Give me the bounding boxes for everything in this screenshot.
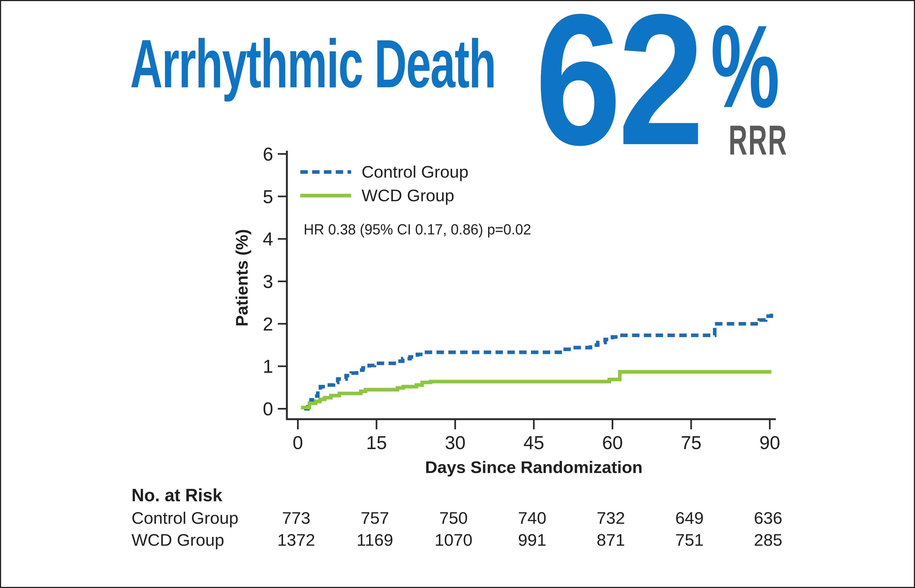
x-tick-label: 75 [681, 432, 702, 453]
risk-value: 871 [572, 530, 649, 550]
y-tick-label: 2 [263, 313, 273, 334]
risk-value: 773 [258, 508, 335, 528]
wcd-solid-line-sample [300, 194, 351, 197]
y-axis-title: Patients (%) [232, 229, 252, 327]
risk-value: 285 [730, 530, 807, 550]
legend-item-control: Control Group [300, 163, 468, 181]
x-tick-label: 15 [366, 432, 387, 453]
x-tick-label: 45 [523, 432, 544, 453]
risk-value: 732 [572, 508, 649, 528]
legend-item-wcd: WCD Group [300, 186, 454, 205]
risk-value: 757 [337, 508, 413, 528]
x-tick-label: 90 [759, 432, 780, 453]
risk-value: 1372 [258, 530, 335, 550]
y-tick-label: 1 [263, 356, 273, 376]
risk-value: 751 [651, 530, 728, 550]
x-tick-label: 30 [445, 432, 466, 453]
risk-row-control: Control Group 773757750740732649636 [1, 508, 915, 528]
control-group-curve [304, 311, 771, 409]
y-tick-label: 6 [263, 144, 273, 165]
legend-label-wcd: WCD Group [361, 186, 454, 205]
y-tick-label: 5 [263, 186, 273, 207]
risk-value: 1070 [415, 530, 492, 550]
x-tick-label: 60 [602, 432, 623, 453]
risk-value: 991 [494, 530, 571, 550]
risk-value: 649 [651, 508, 728, 528]
risk-value: 1169 [337, 530, 413, 550]
x-tick-label: 0 [293, 432, 303, 453]
y-tick-label: 0 [263, 398, 273, 419]
y-tick-label: 4 [263, 228, 273, 249]
risk-row-wcd: WCD Group 137211691070991871751285 [1, 530, 915, 550]
x-axis-title: Days Since Randomization [298, 457, 770, 477]
risk-value: 750 [415, 508, 492, 528]
risk-row-label: WCD Group [131, 530, 224, 550]
risk-value: 636 [730, 508, 807, 528]
y-tick-label: 3 [263, 271, 273, 292]
hazard-ratio-annotation: HR 0.38 (95% CI 0.17, 0.86) p=0.02 [303, 221, 531, 238]
risk-value: 740 [494, 508, 571, 528]
infographic-page: Arrhythmic Death 62 % RRR 01234560153045… [0, 0, 915, 588]
wcd-group-curve [301, 372, 771, 407]
risk-row-label: Control Group [131, 508, 238, 528]
risk-table-title: No. at Risk [131, 485, 223, 506]
legend-label-control: Control Group [361, 163, 468, 181]
control-dashed-line-sample [300, 170, 351, 174]
